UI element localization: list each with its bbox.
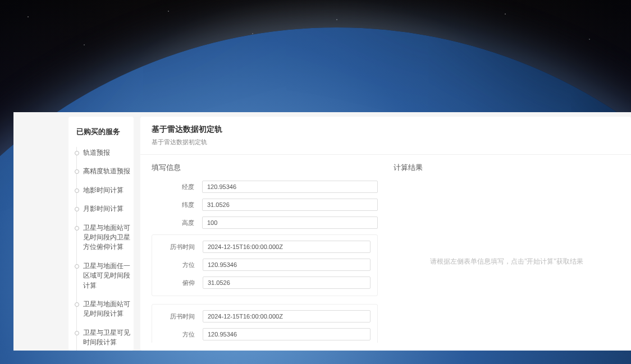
sidebar-item-0[interactable]: 轨道预报 (68, 144, 134, 162)
input-lat[interactable] (202, 199, 378, 211)
row-alt: 高度 (152, 216, 378, 229)
row-epoch-1: 历书时间 (159, 310, 371, 322)
left-margin (13, 112, 62, 351)
sidebar-item-1[interactable]: 高精度轨道预报 (68, 162, 134, 181)
content-columns: 填写信息 经度 纬度 高度 历书时间 (152, 163, 620, 343)
input-azimuth-1[interactable] (203, 328, 371, 340)
input-alt[interactable] (202, 216, 378, 229)
row-azimuth-1: 方位 (159, 328, 371, 340)
sidebar-item-6[interactable]: 卫星与地面站可见时间段计算 (68, 295, 134, 324)
label-epoch: 历书时间 (159, 312, 203, 321)
main-content: 基于雷达数据初定轨 基于雷达数据初定轨 填写信息 经度 纬度 高度 (140, 117, 631, 351)
input-azimuth-0[interactable] (203, 259, 371, 271)
input-epoch-0[interactable] (203, 241, 371, 253)
sidebar-item-7[interactable]: 卫星与卫星可见时间段计算 (68, 324, 134, 351)
result-column: 计算结果 请根据左侧表单信息填写，点击"开始计算"获取结果 (394, 163, 620, 343)
sidebar-item-3[interactable]: 月影时间计算 (68, 200, 134, 218)
form-section-title: 填写信息 (152, 163, 378, 173)
result-body: 请根据左侧表单信息填写，点击"开始计算"获取结果 (394, 181, 620, 343)
sidebar-item-2[interactable]: 地影时间计算 (68, 181, 134, 200)
app-panel: 已购买的服务 轨道预报 高精度轨道预报 地影时间计算 月影时间计算 卫星与地面站… (13, 112, 631, 351)
page-subtitle: 基于雷达数据初定轨 (152, 138, 620, 146)
divider (140, 154, 631, 155)
label-elevation: 俯仰 (159, 279, 203, 287)
label-azimuth: 方位 (159, 330, 203, 339)
row-epoch-0: 历书时间 (159, 241, 371, 253)
label-alt: 高度 (152, 219, 202, 227)
input-epoch-1[interactable] (203, 310, 371, 322)
input-elevation-0[interactable] (203, 277, 371, 289)
result-section-title: 计算结果 (394, 163, 620, 173)
sidebar-item-5[interactable]: 卫星与地面任一区域可见时间段计算 (68, 257, 134, 295)
row-elevation-0: 俯仰 (159, 277, 371, 289)
page-title: 基于雷达数据初定轨 (152, 125, 620, 135)
sidebar-item-4[interactable]: 卫星与地面站可见时间段内卫星方位俯仰计算 (68, 219, 134, 257)
input-lng[interactable] (202, 181, 378, 193)
sidebar-nav: 轨道预报 高精度轨道预报 地影时间计算 月影时间计算 卫星与地面站可见时间段内卫… (68, 144, 134, 351)
measurement-group-0: 历书时间 方位 俯仰 (152, 234, 378, 296)
row-azimuth-0: 方位 (159, 259, 371, 271)
row-lat: 纬度 (152, 199, 378, 211)
label-epoch: 历书时间 (159, 243, 203, 251)
sidebar-title: 已购买的服务 (68, 117, 134, 144)
measurement-group-1: 历书时间 方位 俯仰 (152, 304, 378, 343)
label-lng: 经度 (152, 183, 202, 191)
form-column: 填写信息 经度 纬度 高度 历书时间 (152, 163, 380, 343)
sidebar: 已购买的服务 轨道预报 高精度轨道预报 地影时间计算 月影时间计算 卫星与地面站… (68, 117, 134, 351)
result-placeholder: 请根据左侧表单信息填写，点击"开始计算"获取结果 (430, 257, 583, 266)
row-lng: 经度 (152, 181, 378, 193)
label-azimuth: 方位 (159, 261, 203, 269)
label-lat: 纬度 (152, 201, 202, 209)
